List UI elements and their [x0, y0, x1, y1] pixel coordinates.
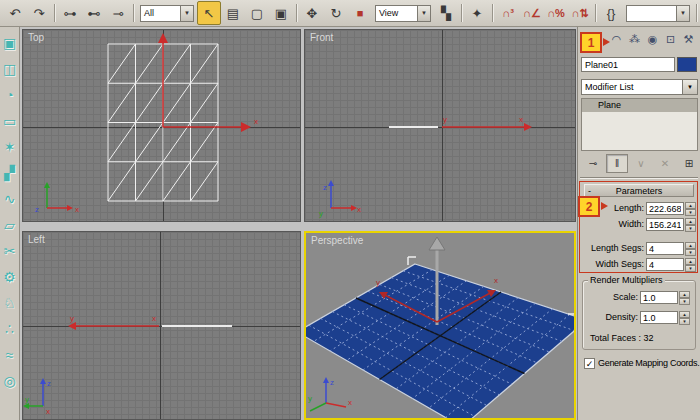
scale-spinner[interactable]: ▴▾ [679, 291, 690, 304]
viewport-top[interactable]: Top xzx [22, 29, 301, 222]
chevron-down-icon[interactable]: ▼ [180, 6, 193, 21]
tab-modify[interactable]: ◠ [608, 31, 625, 48]
viewport-left[interactable]: Left yxzyx [22, 231, 301, 420]
generate-mapping-coords-checkbox[interactable]: ✓ [584, 358, 595, 369]
show-end-result-button[interactable]: ‖ [606, 154, 628, 173]
chevron-down-icon[interactable]: ▼ [682, 80, 697, 94]
length-segs-field[interactable] [646, 242, 684, 255]
main-toolbar: ↶↷⊶⊷⊸All▼↖▤▢▣✥↻■View▼▚✦∩³∩∠∩%∩⇅{}▼⋈❖≣ [0, 0, 700, 27]
select-and-rotate-icon[interactable]: ↻ [324, 1, 348, 25]
configure-modifier-sets-button[interactable]: ⊞ [678, 154, 700, 173]
star-object-icon[interactable]: ✶ [1, 134, 19, 160]
width-spinner[interactable]: ▴▾ [685, 218, 696, 231]
modifier-stack: Plane [581, 98, 698, 151]
knife-object-icon[interactable]: ✂ [1, 238, 19, 264]
spinner-down-icon[interactable]: ▾ [679, 318, 690, 325]
density-spinner[interactable]: ▴▾ [679, 311, 690, 324]
viewport-perspective-label[interactable]: Perspective [311, 235, 363, 246]
remove-modifier-button[interactable]: ✕ [654, 154, 676, 173]
svg-text:z: z [47, 379, 51, 388]
length-segs-spinner[interactable]: ▴▾ [685, 242, 696, 255]
width-segs-spinner[interactable]: ▴▾ [685, 258, 696, 271]
waves-object-icon[interactable]: ≈ [1, 342, 19, 368]
plate-object-icon[interactable]: ▭ [1, 108, 19, 134]
window-crossing-icon[interactable]: ▣ [269, 1, 293, 25]
pin-stack-button[interactable]: ⊸ [582, 154, 604, 173]
tab-hierarchy[interactable]: ⁂ [626, 31, 643, 48]
spinner-up-icon[interactable]: ▴ [685, 258, 696, 265]
sphere-object-icon[interactable]: ◔ [1, 82, 19, 108]
density-field[interactable] [640, 311, 678, 324]
viewport-left-label[interactable]: Left [28, 234, 45, 245]
modifier-list-dropdown[interactable]: Modifier List ▼ [581, 79, 698, 95]
spinner-up-icon[interactable]: ▴ [685, 242, 696, 249]
width-field[interactable] [646, 218, 684, 231]
scale-field[interactable] [640, 291, 678, 304]
edit-named-selections-icon[interactable]: {} [599, 1, 623, 25]
select-and-manipulate-icon[interactable]: ✦ [465, 1, 489, 25]
object-name-field[interactable] [581, 57, 675, 72]
viewport-front-label[interactable]: Front [310, 32, 333, 43]
tab-display[interactable]: ⊡ [662, 31, 679, 48]
select-object-icon[interactable]: ↖ [197, 1, 221, 25]
select-and-scale-icon[interactable]: ■ [348, 1, 372, 25]
spinner-down-icon[interactable]: ▾ [685, 265, 696, 272]
box-object-icon[interactable]: ▣ [1, 30, 19, 56]
undo-icon[interactable]: ↶ [3, 1, 27, 25]
spring-object-icon[interactable]: ∿ [1, 186, 19, 212]
spinner-snap-toggle-icon[interactable]: ∩⇅ [568, 1, 592, 25]
spinner-down-icon[interactable]: ▾ [685, 225, 696, 232]
particles-object-icon[interactable]: ∴ [1, 316, 19, 342]
unlink-selection-icon[interactable]: ⊷ [82, 1, 106, 25]
spinner-down-icon[interactable]: ▾ [679, 298, 690, 305]
reference-coordinate-system-dropdown[interactable]: View▼ [375, 5, 431, 22]
redo-icon[interactable]: ↷ [27, 1, 51, 25]
viewport-perspective[interactable]: Perspective yxzyx [304, 231, 576, 420]
select-and-move-icon[interactable]: ✥ [300, 1, 324, 25]
bird-object-icon[interactable]: ♘ [1, 290, 19, 316]
parameters-rollout-header[interactable]: - Parameters [584, 184, 694, 197]
angle-snap-toggle-icon[interactable]: ∩∠ [520, 1, 544, 25]
gear-object-icon[interactable]: ⚙ [1, 264, 19, 290]
length-field[interactable] [646, 202, 684, 215]
toolbar-separator [54, 4, 55, 22]
spinner-down-icon[interactable]: ▾ [685, 209, 696, 216]
svg-text:y: y [319, 209, 323, 218]
tab-motion[interactable]: ◉ [644, 31, 661, 48]
use-pivot-point-center-icon[interactable]: ▚ [434, 1, 458, 25]
snap-toggle-icon[interactable]: ∩³ [496, 1, 520, 25]
percent-snap-toggle-icon[interactable]: ∩% [544, 1, 568, 25]
checker-object-icon[interactable]: ▞ [1, 160, 19, 186]
chevron-down-icon[interactable]: ▼ [676, 6, 689, 21]
generate-mapping-coords-label: Generate Mapping Coords. [598, 358, 699, 368]
stack-item-plane[interactable]: Plane [582, 99, 697, 112]
select-and-link-icon[interactable]: ⊶ [58, 1, 82, 25]
spinner-up-icon[interactable]: ▴ [679, 311, 690, 318]
top-viewport-overlay: xzx [23, 30, 301, 222]
svg-text:x: x [348, 398, 352, 407]
spinner-down-icon[interactable]: ▾ [685, 249, 696, 256]
spinner-up-icon[interactable]: ▴ [679, 291, 690, 298]
svg-text:y: y [443, 115, 447, 124]
chevron-down-icon[interactable]: ▼ [417, 6, 430, 21]
spinner-up-icon[interactable]: ▴ [685, 202, 696, 209]
make-unique-button[interactable]: ∨ [630, 154, 652, 173]
bind-to-space-warp-icon[interactable]: ⊸ [106, 1, 130, 25]
select-by-name-icon[interactable]: ▤ [221, 1, 245, 25]
named-selection-sets-dropdown[interactable]: ▼ [626, 5, 690, 22]
svg-text:z: z [330, 378, 334, 387]
teapot-object-icon[interactable]: ◫ [1, 56, 19, 82]
perspective-viewport-overlay: yxzyx [306, 233, 576, 420]
left-viewport-overlay: yxzyx [23, 232, 301, 420]
capsule-object-icon[interactable]: ▱ [1, 212, 19, 238]
length-spinner[interactable]: ▴▾ [685, 202, 696, 215]
object-color-swatch[interactable] [677, 57, 697, 72]
selection-filter-dropdown[interactable]: All▼ [140, 5, 194, 22]
width-segs-field[interactable] [646, 258, 684, 271]
viewport-top-label[interactable]: Top [28, 32, 44, 43]
viewport-front[interactable]: Front yxzxy [304, 29, 576, 222]
spinner-up-icon[interactable]: ▴ [685, 218, 696, 225]
ring-object-icon[interactable]: ◎ [1, 368, 19, 394]
rectangular-selection-region-icon[interactable]: ▢ [245, 1, 269, 25]
tab-utilities[interactable]: ⚒ [680, 31, 697, 48]
